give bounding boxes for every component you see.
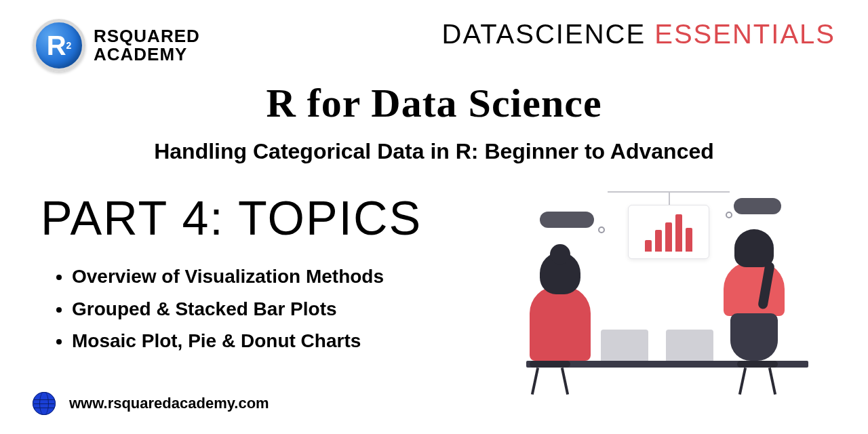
- tagline-word1: DATASCIENCE: [442, 19, 646, 49]
- stool-icon: [737, 361, 778, 395]
- brand-logo-icon: R2: [33, 19, 85, 72]
- speech-bubble-icon: [540, 212, 594, 228]
- person-right-icon: [713, 235, 795, 361]
- connector-dot-icon: [726, 212, 732, 218]
- header: R2 RSQUARED ACADEMY DATASCIENCE ESSENTIA…: [0, 0, 868, 72]
- laptop-icon: [601, 330, 648, 361]
- list-item: Grouped & Stacked Bar Plots: [72, 293, 458, 326]
- footer: www.rsquaredacademy.com: [33, 392, 269, 415]
- brand-logo-block: R2 RSQUARED ACADEMY: [33, 19, 200, 72]
- list-item: Mosaic Plot, Pie & Donut Charts: [72, 325, 458, 357]
- website-url: www.rsquaredacademy.com: [69, 395, 269, 412]
- connector-dot-icon: [598, 226, 605, 233]
- speech-bubble-icon: [734, 198, 781, 214]
- tagline: DATASCIENCE ESSENTIALS: [442, 19, 835, 50]
- list-item: Overview of Visualization Methods: [72, 260, 458, 293]
- page-title: R for Data Science: [0, 80, 868, 127]
- globe-icon: [33, 392, 56, 415]
- page-subtitle: Handling Categorical Data in R: Beginner…: [0, 139, 868, 164]
- logo-letter: R: [47, 31, 66, 61]
- brand-name-line2: ACADEMY: [94, 45, 200, 64]
- brand-name-line1: RSQUARED: [94, 27, 200, 45]
- tagline-word2: ESSENTIALS: [654, 19, 835, 49]
- connector-line: [669, 191, 670, 205]
- bar-chart-icon: [628, 205, 709, 259]
- topics-list: Overview of Visualization Methods Groupe…: [41, 260, 458, 357]
- part-heading: Part 4: Topics: [41, 191, 458, 245]
- content-area: Part 4: Topics Overview of Visualization…: [0, 164, 868, 395]
- brand-name: RSQUARED ACADEMY: [94, 27, 200, 64]
- hero-illustration: [472, 191, 835, 395]
- logo-superscript: 2: [66, 40, 72, 51]
- laptop-icon: [666, 330, 713, 361]
- person-left-icon: [519, 259, 601, 361]
- topics-section: Part 4: Topics Overview of Visualization…: [41, 191, 458, 395]
- stool-icon: [530, 361, 570, 395]
